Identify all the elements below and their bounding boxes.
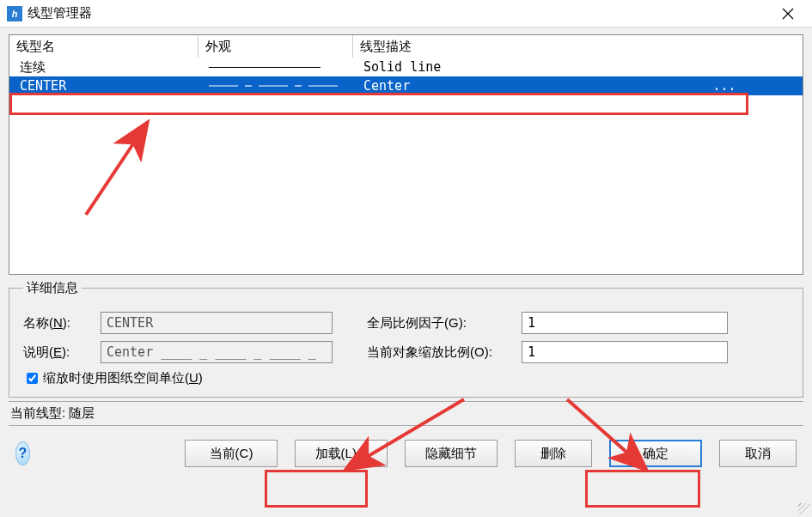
cell-appearance — [198, 84, 353, 88]
desc-label: 说明(E): — [23, 344, 101, 361]
app-icon: h — [7, 6, 22, 21]
load-button[interactable]: 加载(L)... — [295, 440, 388, 467]
cell-desc: Solid line — [353, 59, 803, 75]
name-label: 名称(N): — [23, 315, 101, 331]
global-scale-field[interactable] — [522, 312, 728, 334]
detail-row-desc: 说明(E): 当前对象缩放比例(O): — [23, 341, 789, 363]
close-icon[interactable] — [771, 2, 805, 26]
cell-name: CENTER — [9, 78, 198, 94]
table-row[interactable]: 连续 Solid line — [9, 58, 803, 76]
resize-grip-icon[interactable] — [798, 503, 810, 515]
current-linetype-value: 随层 — [69, 405, 95, 420]
name-field — [101, 312, 333, 334]
window-title: 线型管理器 — [27, 5, 771, 21]
cell-appearance — [198, 67, 353, 68]
cell-desc: Center ____ _ ____ _ ____ _ ____ _ ____ … — [353, 78, 803, 94]
col-header-appearance[interactable]: 外观 — [198, 35, 353, 58]
current-linetype-bar: 当前线型: 随层 — [9, 401, 803, 426]
table-row-selected[interactable]: CENTER Center ____ _ ____ _ ____ _ ____ … — [9, 76, 803, 95]
linetype-list: 线型名 外观 线型描述 连续 Solid line CENTER Center … — [9, 34, 803, 275]
col-header-desc[interactable]: 线型描述 — [353, 35, 803, 58]
cancel-button[interactable]: 取消 — [719, 440, 797, 467]
paperspace-label: 缩放时使用图纸空间单位(U) — [43, 370, 203, 386]
paperspace-checkbox-row: 缩放时使用图纸空间单位(U) — [23, 370, 789, 386]
detail-row-name: 名称(N): 全局比例因子(G): — [23, 312, 789, 334]
details-legend: 详细信息 — [23, 280, 82, 296]
dialog-body: 线型名 外观 线型描述 连续 Solid line CENTER Center … — [0, 27, 812, 517]
object-scale-label: 当前对象缩放比例(O): — [367, 344, 522, 361]
ok-button[interactable]: 确定 — [609, 440, 702, 467]
details-fieldset: 详细信息 名称(N): 全局比例因子(G): 说明(E): 当前对象缩放比例(O… — [9, 280, 803, 398]
current-button[interactable]: 当前(C) — [185, 440, 278, 467]
help-icon[interactable]: ? — [15, 441, 30, 465]
delete-button[interactable]: 删除 — [515, 440, 592, 467]
list-header: 线型名 外观 线型描述 — [9, 35, 803, 58]
current-linetype-label: 当前线型: — [10, 405, 65, 420]
hide-details-button[interactable]: 隐藏细节 — [405, 440, 498, 467]
solid-line-icon — [209, 67, 321, 68]
center-line-icon — [209, 84, 338, 88]
titlebar: h 线型管理器 — [0, 0, 812, 27]
object-scale-field[interactable] — [522, 341, 728, 363]
button-row: ? 当前(C) 加载(L)... 隐藏细节 删除 确定 取消 — [9, 426, 803, 481]
paperspace-checkbox[interactable] — [27, 373, 38, 384]
global-scale-label: 全局比例因子(G): — [367, 315, 522, 331]
cell-name: 连续 — [9, 59, 198, 76]
desc-field — [101, 341, 333, 363]
col-header-name[interactable]: 线型名 — [9, 35, 198, 58]
